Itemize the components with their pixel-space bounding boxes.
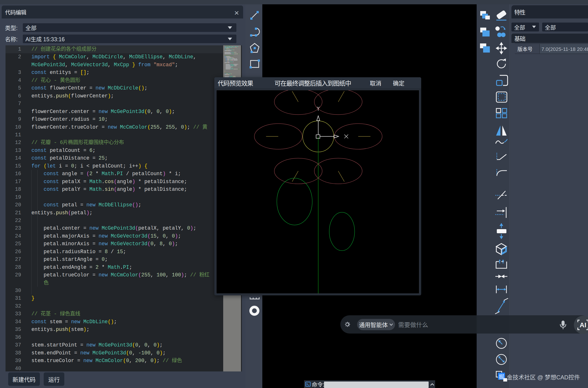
svg-text:AI: AI — [580, 321, 586, 329]
